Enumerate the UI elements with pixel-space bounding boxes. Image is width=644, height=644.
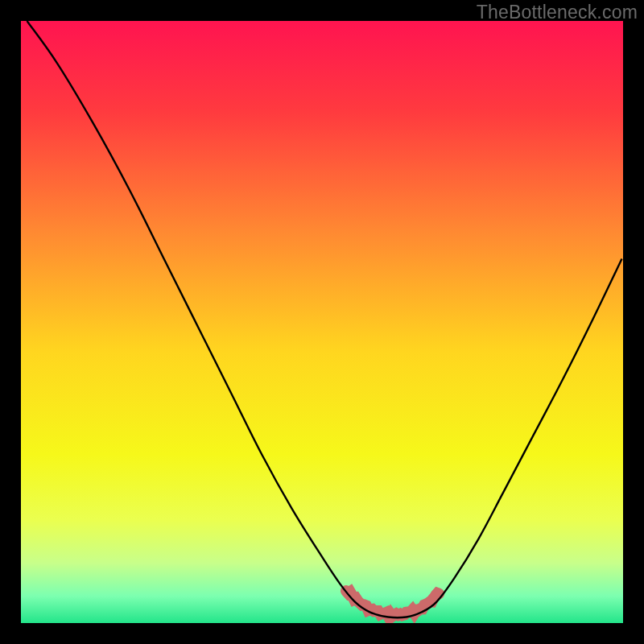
chart-frame (21, 21, 623, 623)
gradient-background (21, 21, 623, 623)
chart-svg (21, 21, 623, 623)
watermark-text: TheBottleneck.com (477, 2, 638, 23)
